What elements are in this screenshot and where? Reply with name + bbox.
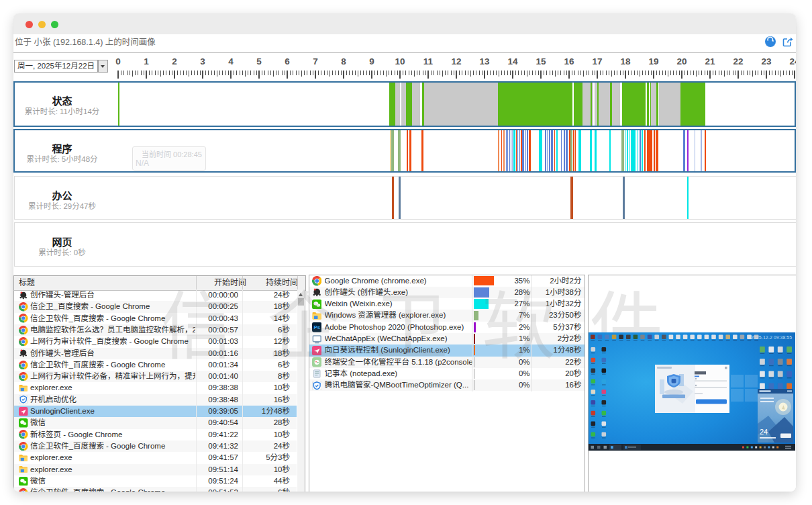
svg-text:2025-12-2 09:38:55: 2025-12-2 09:38:55 (751, 335, 792, 340)
svg-text:Ps: Ps (313, 324, 320, 330)
svg-text:24: 24 (760, 428, 768, 436)
